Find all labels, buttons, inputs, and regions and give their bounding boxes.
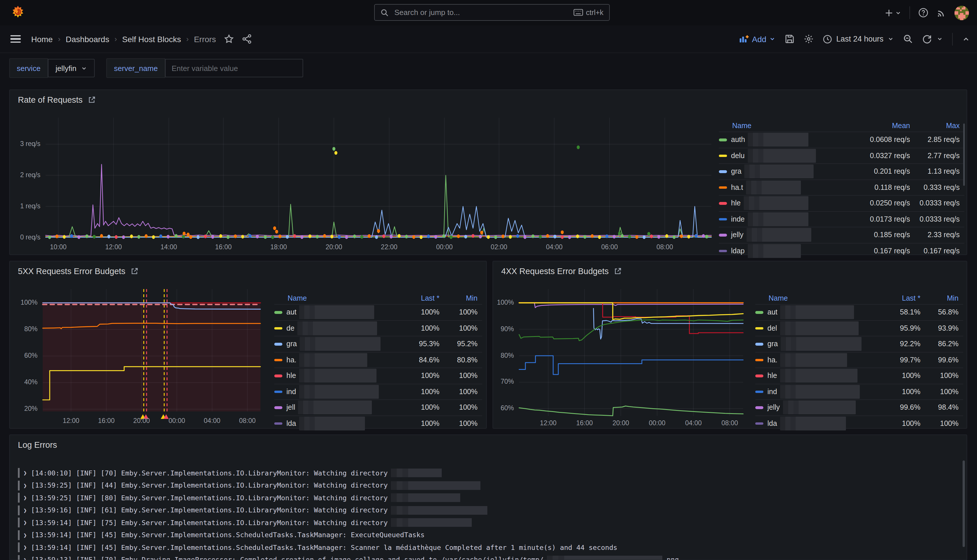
legend-row[interactable]: ha.84.6%80.8%	[274, 352, 482, 368]
expand-chevron-icon[interactable]: ❯	[23, 495, 27, 501]
5xx-error-budget-chart[interactable]	[43, 289, 261, 412]
plus-icon	[885, 8, 893, 17]
time-range-picker[interactable]: Last 24 hours	[823, 34, 894, 43]
legend-row[interactable]: del95.9%93.9%	[755, 320, 963, 336]
legend-row[interactable]: gra95.3%95.2%	[274, 336, 482, 352]
x-axis-tick-label: 00:00	[160, 417, 193, 424]
variable-server-name-input[interactable]	[166, 60, 302, 77]
legend-row[interactable]: ha.99.7%99.6%	[755, 352, 963, 368]
panel-title[interactable]: Log Errors	[18, 440, 57, 450]
save-dashboard-button[interactable]	[785, 34, 795, 44]
logs-scrollbar[interactable]	[962, 460, 965, 547]
global-search[interactable]: ctrl+k	[374, 4, 610, 21]
new-menu-button[interactable]	[885, 8, 901, 17]
legend-header-name[interactable]: Name	[719, 122, 845, 130]
expand-chevron-icon[interactable]: ❯	[23, 482, 27, 488]
news-button[interactable]	[937, 8, 946, 18]
expand-chevron-icon[interactable]: ❯	[23, 507, 27, 513]
log-line[interactable]: ❯[13:59:16] [INF] [61] Emby.Server.Imple…	[18, 505, 488, 515]
legend-row[interactable]: jelly0.185 req/s2.33 req/s	[719, 227, 964, 243]
legend-row[interactable]: aut58.1%56.8%	[755, 304, 963, 320]
legend-scrollbar[interactable]	[963, 123, 965, 186]
legend-row[interactable]: gra0.201 req/s1.13 req/s	[719, 163, 964, 179]
legend-header-col1[interactable]: Last *	[397, 294, 439, 302]
collapse-toolbar-button[interactable]	[962, 35, 970, 43]
dashboard-settings-button[interactable]	[804, 34, 813, 44]
legend-row[interactable]: lda100%100%	[755, 415, 963, 431]
legend-row[interactable]: jell100%100%	[274, 399, 482, 415]
log-line-marker	[18, 505, 19, 515]
panel-title[interactable]: 4XX Requests Error Budgets	[501, 267, 609, 276]
x-axis-tick-label: 16:00	[568, 420, 601, 427]
legend-row[interactable]: hle0.0250 req/s0.0333 req/s	[719, 195, 964, 211]
legend-row[interactable]: de100%100%	[274, 320, 482, 336]
legend-row[interactable]: ha.t0.118 req/s0.333 req/s	[719, 179, 964, 195]
panel-title[interactable]: 5XX Requests Error Budgets	[18, 267, 125, 276]
expand-chevron-icon[interactable]: ❯	[23, 532, 27, 538]
log-line[interactable]: ❯[14:00:10] [INF] [70] Emby.Server.Imple…	[18, 467, 442, 478]
legend-header-name[interactable]: Name	[274, 294, 397, 302]
zoom-out-time-button[interactable]	[903, 34, 913, 44]
series-name-prefix: jell	[286, 403, 296, 412]
legend-row[interactable]: delu0.0327 req/s2.77 req/s	[719, 147, 964, 163]
legend-row[interactable]: hle100%100%	[274, 368, 482, 383]
share-button[interactable]	[242, 34, 252, 44]
expand-chevron-icon[interactable]: ❯	[23, 544, 27, 550]
external-link-icon[interactable]	[130, 267, 139, 275]
4xx-error-budget-chart[interactable]	[519, 289, 743, 416]
series-color-swatch	[274, 343, 282, 345]
log-line[interactable]: ❯[13:59:14] [INF] [75] Emby.Server.Imple…	[18, 517, 472, 528]
legend-series-name: ha.t	[719, 181, 845, 195]
legend-row[interactable]: auth0.0608 req/s2.85 req/s	[719, 132, 964, 147]
user-avatar[interactable]	[954, 5, 969, 20]
log-line-marker	[18, 493, 19, 503]
breadcrumb-dashboards[interactable]: Dashboards	[65, 34, 109, 43]
expand-chevron-icon[interactable]: ❯	[23, 519, 27, 526]
legend-header-col2[interactable]: Min	[920, 294, 963, 302]
legend-header-col1[interactable]: Last *	[878, 294, 920, 302]
favorite-star-button[interactable]	[224, 34, 234, 44]
legend-header-col1[interactable]: Mean	[845, 122, 910, 130]
log-line[interactable]: ❯[13:59:14] [INF] [45] Emby.Server.Imple…	[18, 529, 425, 540]
y-axis-tick-label: 90%	[493, 325, 514, 332]
expand-chevron-icon[interactable]: ❯	[23, 557, 27, 560]
external-link-icon[interactable]	[614, 267, 622, 275]
legend-row[interactable]: ldap0.167 req/s0.167 req/s	[719, 243, 964, 258]
chevron-down-icon	[81, 65, 87, 71]
chevron-down-icon	[769, 36, 775, 42]
add-panel-button[interactable]: Add	[740, 34, 776, 43]
legend-value: 100%	[397, 372, 439, 380]
panel-5xx-error-budgets: 5XX Requests Error Budgets NameLast *Min…	[9, 261, 487, 429]
legend-header-col2[interactable]: Max	[910, 122, 964, 130]
legend-row[interactable]: aut100%100%	[274, 304, 482, 320]
variable-service-select[interactable]: jellyfin	[48, 59, 95, 77]
rate-chart-canvas	[46, 118, 711, 240]
expand-chevron-icon[interactable]: ❯	[23, 470, 27, 476]
panel-title[interactable]: Rate of Requests	[18, 95, 83, 105]
log-line[interactable]: ❯[13:59:25] [INF] [80] Emby.Server.Imple…	[18, 492, 461, 503]
legend-header-col2[interactable]: Min	[439, 294, 482, 302]
legend-row[interactable]: jelly99.6%98.4%	[755, 399, 963, 415]
legend-row[interactable]: hle100%100%	[755, 368, 963, 383]
legend-series-name: hle	[719, 197, 845, 210]
log-line[interactable]: ❯[13:59:25] [INF] [44] Emby.Server.Imple…	[18, 480, 481, 491]
legend-row[interactable]: gra92.2%86.2%	[755, 336, 963, 352]
refresh-dashboard-button[interactable]	[922, 34, 943, 44]
legend-header-name[interactable]: Name	[755, 294, 878, 302]
legend-row[interactable]: lda100%100%	[274, 415, 482, 431]
menu-toggle-button[interactable]	[10, 35, 21, 43]
search-input[interactable]	[393, 8, 573, 17]
rate-of-requests-chart[interactable]	[46, 118, 711, 240]
legend-row[interactable]: ind100%100%	[274, 383, 482, 399]
external-link-icon[interactable]	[88, 96, 96, 104]
grafana-logo-icon[interactable]	[10, 5, 25, 20]
breadcrumb-home[interactable]: Home	[31, 34, 53, 43]
breadcrumb-folder[interactable]: Self Host Blocks	[122, 34, 181, 43]
help-button[interactable]	[918, 8, 929, 18]
legend-row[interactable]: inde0.0173 req/s0.0333 req/s	[719, 211, 964, 227]
chevron-down-icon	[895, 10, 901, 16]
series-name-prefix: delu	[731, 152, 745, 160]
log-line[interactable]: ❯[13:59:13] [INF] [70] Emby.Drawing.Imag…	[18, 554, 679, 560]
log-line[interactable]: ❯[13:59:14] [INF] [45] Emby.Server.Imple…	[18, 542, 617, 553]
legend-row[interactable]: ind100%100%	[755, 383, 963, 399]
